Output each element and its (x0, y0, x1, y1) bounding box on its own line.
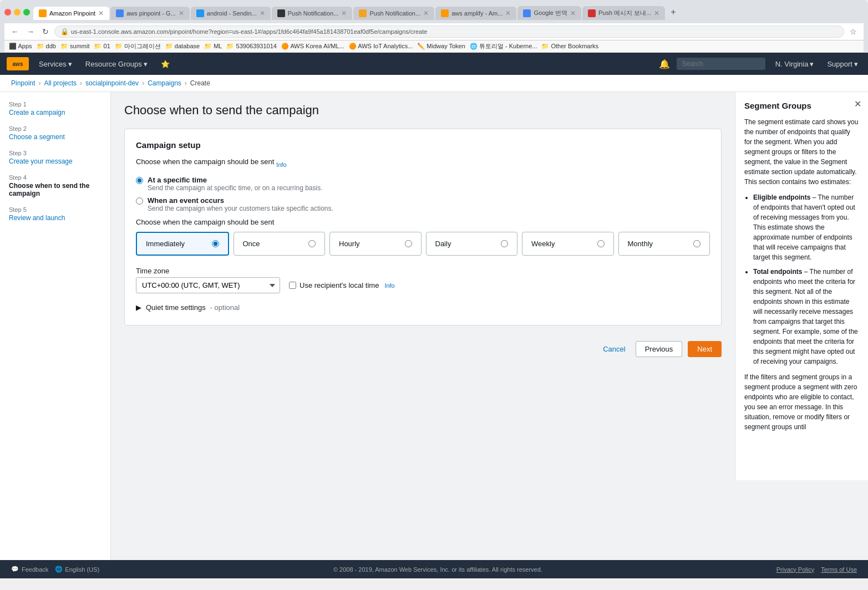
bookmark-aws-ai[interactable]: 🟠 AWS Korea AI/ML... (281, 43, 344, 50)
tab-close-icon[interactable]: ✕ (505, 9, 511, 17)
local-time-checkbox[interactable] (289, 282, 296, 289)
timing-weekly[interactable]: Weekly (522, 232, 614, 256)
resource-groups-nav[interactable]: Resource Groups ▾ (82, 58, 151, 70)
radio-specific-time-input[interactable] (136, 177, 143, 184)
local-time-label[interactable]: Use recipient's local time (300, 281, 379, 289)
globe-icon: 🌐 (55, 566, 63, 573)
breadcrumb-all-projects[interactable]: All projects (44, 79, 77, 87)
radio-event-occurs-input[interactable] (136, 197, 143, 205)
tab-android[interactable]: android - Sendin... ✕ (191, 7, 271, 20)
timing-once[interactable]: Once (234, 232, 326, 256)
bookmark-01[interactable]: 📁 01 (94, 43, 110, 50)
bookmark-other[interactable]: 📁 Other Bookmarks (541, 43, 598, 50)
notifications-bell-icon[interactable]: 🔔 (659, 59, 670, 69)
maximize-traffic-light[interactable] (23, 9, 30, 16)
privacy-policy-link[interactable]: Privacy Policy (776, 566, 814, 573)
address-text: us-east-1.console.aws.amazon.com/pinpoin… (71, 28, 838, 35)
bookmark-ddb[interactable]: 📁 ddb (37, 43, 56, 50)
tab-push-notification-1[interactable]: Push Notification... ✕ (272, 7, 353, 20)
tab-aws-pinpoint-g[interactable]: aws pinpoint - G... ✕ (110, 7, 190, 20)
bookmark-icon[interactable]: ☆ (847, 26, 859, 37)
timing-immediately-radio[interactable] (212, 240, 219, 247)
step-3-label: Step 3 (9, 150, 101, 156)
bookmark-star-nav[interactable]: ⭐ (158, 58, 173, 70)
bookmark-migration[interactable]: 📁 마이그레이션 (115, 42, 161, 50)
services-nav[interactable]: Services ▾ (35, 58, 75, 70)
minimize-traffic-light[interactable] (14, 9, 21, 16)
step-2-link[interactable]: Choose a segment (9, 133, 101, 141)
step-5-link[interactable]: Review and launch (9, 214, 101, 222)
tab-google-translate[interactable]: Google 번역 ✕ (517, 6, 581, 20)
tab-close-icon[interactable]: ✕ (179, 9, 184, 17)
timing-daily[interactable]: Daily (426, 232, 518, 256)
bookmark-apps[interactable]: ⬛ Apps (9, 43, 32, 50)
right-panel-close-button[interactable]: ✕ (854, 99, 861, 109)
timing-immediately[interactable]: Immediately (136, 232, 229, 256)
previous-button[interactable]: Previous (636, 341, 683, 357)
tab-push-message[interactable]: Push 메시지 보내... ✕ (582, 6, 665, 20)
bookmarks-bar: ⬛ Apps 📁 ddb 📁 summit 📁 01 📁 마이그레이션 📁 da… (4, 40, 864, 53)
back-button[interactable]: ← (9, 26, 21, 37)
quiet-time-label: Quiet time settings (146, 303, 206, 312)
tab-close-icon[interactable]: ✕ (654, 9, 659, 17)
step-2-label: Step 2 (9, 125, 101, 132)
tab-close-icon[interactable]: ✕ (570, 9, 576, 17)
timing-once-radio[interactable] (308, 240, 316, 247)
send-info-link[interactable]: Info (276, 161, 286, 168)
cancel-button[interactable]: Cancel (598, 341, 630, 357)
forward-button[interactable]: → (24, 26, 37, 37)
radio-event-desc: Send the campaign when your customers ta… (148, 205, 333, 212)
next-button[interactable]: Next (688, 341, 722, 357)
right-panel-body: The segment estimate card shows you the … (744, 117, 859, 432)
support-nav[interactable]: Support ▾ (824, 58, 861, 70)
timing-monthly-radio[interactable] (693, 240, 701, 247)
timing-weekly-label: Weekly (531, 240, 555, 248)
step-4-label: Step 4 (9, 174, 101, 181)
bookmark-summit[interactable]: 📁 summit (60, 43, 90, 50)
feedback-label: Feedback (22, 566, 48, 573)
timing-monthly[interactable]: Monthly (618, 232, 710, 256)
tab-aws-amplify[interactable]: aws amplify - Am... ✕ (435, 7, 516, 20)
region-nav[interactable]: N. Virginia ▾ (772, 58, 818, 70)
tab-close-icon[interactable]: ✕ (98, 9, 104, 17)
services-chevron-icon: ▾ (68, 60, 72, 68)
bookmark-tutorial[interactable]: 🌐 튜토리얼 - Kuberne... (470, 42, 537, 50)
language-label: English (US) (65, 566, 99, 573)
breadcrumb-socialpinpoint[interactable]: socialpinpoint-dev (85, 79, 139, 87)
refresh-button[interactable]: ↻ (40, 26, 51, 37)
step-1-link[interactable]: Create a campaign (9, 109, 101, 116)
timing-hourly-radio[interactable] (405, 240, 412, 247)
close-traffic-light[interactable] (4, 9, 11, 16)
timing-weekly-radio[interactable] (597, 240, 605, 247)
terms-of-use-link[interactable]: Terms of Use (821, 566, 857, 573)
send-label-row: Choose when the campaign should be sent … (136, 157, 710, 171)
bookmark-database[interactable]: 📁 database (165, 43, 200, 50)
tab-close-icon[interactable]: ✕ (423, 9, 429, 17)
aws-logo-text: aws (13, 61, 23, 67)
aws-search-input[interactable] (677, 58, 765, 70)
tab-close-icon[interactable]: ✕ (260, 9, 265, 17)
quiet-time-row[interactable]: ▶ Quiet time settings - optional (136, 301, 710, 314)
address-bar[interactable]: 🔒 us-east-1.console.aws.amazon.com/pinpo… (54, 26, 844, 38)
browser-titlebar: Amazon Pinpoint ✕ aws pinpoint - G... ✕ … (4, 4, 864, 20)
timing-hourly[interactable]: Hourly (329, 232, 422, 256)
bookmark-539[interactable]: 📁 539063931014 (226, 43, 276, 50)
language-selector[interactable]: 🌐 English (US) (55, 566, 99, 573)
local-time-info-link[interactable]: Info (384, 282, 394, 289)
right-panel-list: Eligible endpoints – The number of endpo… (744, 192, 859, 367)
timezone-select[interactable]: UTC+00:00 (UTC, GMT, WET) (136, 277, 280, 293)
bookmark-ml[interactable]: 📁 ML (204, 43, 222, 50)
total-endpoints-desc: – The number of endpoints who meet the c… (753, 268, 858, 365)
tab-push-notification-2[interactable]: Push Notification... ✕ (353, 7, 434, 20)
tab-favicon (116, 9, 124, 17)
timing-daily-radio[interactable] (501, 240, 508, 247)
bookmark-midway[interactable]: ✏️ Midway Token (417, 43, 465, 50)
bookmark-aws-iot[interactable]: 🟠 AWS IoT Analytics... (349, 43, 413, 50)
new-tab-button[interactable]: + (666, 4, 680, 20)
breadcrumb-campaigns[interactable]: Campaigns (148, 79, 181, 87)
tab-close-icon[interactable]: ✕ (341, 9, 347, 17)
step-3-link[interactable]: Create your message (9, 157, 101, 165)
tab-amazon-pinpoint[interactable]: Amazon Pinpoint ✕ (33, 7, 109, 20)
breadcrumb-pinpoint[interactable]: Pinpoint (11, 79, 35, 87)
feedback-button[interactable]: 💬 Feedback (11, 566, 48, 573)
